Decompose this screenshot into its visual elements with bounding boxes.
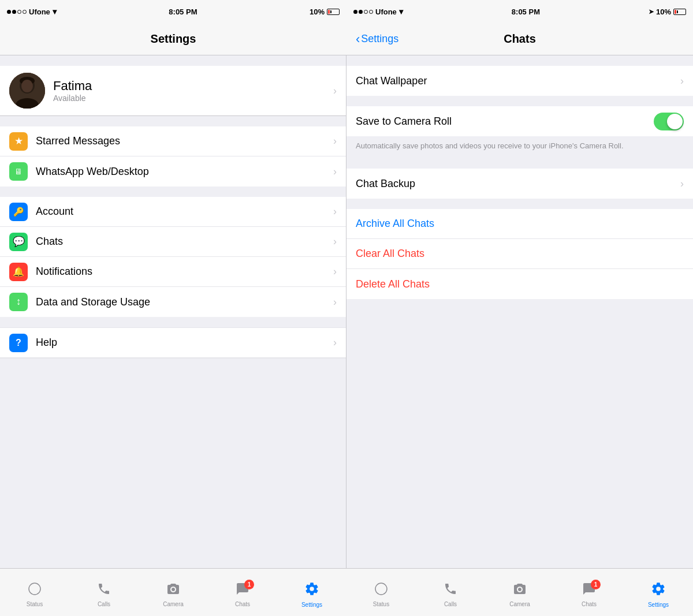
notifications-item[interactable]: 🔔 Notifications ›: [0, 257, 346, 287]
profile-section[interactable]: Fatima Available ›: [0, 66, 346, 116]
profile-info: Fatima Available: [53, 79, 325, 103]
chat-backup-item[interactable]: Chat Backup ›: [346, 169, 693, 199]
tab-chats-label-right: Chats: [582, 601, 597, 607]
account-item[interactable]: 🔑 Account ›: [0, 197, 346, 227]
camera-roll-label: Save to Camera Roll: [356, 115, 648, 128]
starred-icon: ★: [9, 132, 28, 151]
starred-label: Starred Messages: [36, 135, 325, 147]
tab-settings-label-right: Settings: [648, 602, 669, 608]
tab-status-label-right: Status: [373, 601, 389, 607]
chats-chevron: ›: [333, 236, 337, 248]
gap1: [0, 116, 346, 126]
web-label: WhatsApp Web/Desktop: [36, 166, 325, 178]
clear-all-item[interactable]: Clear All Chats: [346, 239, 693, 269]
right-top-gap: [346, 55, 693, 66]
camera-icon-left: [166, 582, 180, 599]
camera-icon-right: [513, 582, 527, 599]
help-item[interactable]: ? Help ›: [0, 328, 346, 358]
right-battery-fill: [675, 10, 676, 14]
right-tab-half: Status Calls Camera 1: [346, 569, 693, 616]
right-status: Ufone ▾ 8:05 PM ➤ 10%: [346, 0, 693, 23]
tab-status-right[interactable]: Status: [346, 569, 416, 616]
archive-all-label: Archive All Chats: [356, 218, 434, 230]
right-battery-pct: 10%: [656, 8, 671, 16]
tab-calls-left[interactable]: Calls: [69, 569, 139, 616]
tab-calls-label-right: Calls: [444, 601, 457, 607]
chats-item[interactable]: 💬 Chats ›: [0, 227, 346, 257]
left-carrier-group: Ufone ▾: [7, 7, 57, 16]
tab-camera-right[interactable]: Camera: [485, 569, 554, 616]
help-icon: ?: [9, 334, 28, 352]
notifications-label: Notifications: [36, 266, 325, 278]
help-section: ? Help ›: [0, 327, 346, 359]
dot4: [23, 10, 27, 14]
left-battery-pct: 10%: [310, 8, 325, 16]
status-icon-left: [28, 582, 42, 599]
data-chevron: ›: [333, 296, 337, 308]
wallpaper-chevron: ›: [680, 75, 684, 87]
tab-chats-right[interactable]: 1 Chats: [554, 569, 624, 616]
left-tab-half: Status Calls Camera 1: [0, 569, 346, 616]
chat-wallpaper-item[interactable]: Chat Wallpaper ›: [346, 66, 693, 96]
rdot4: [369, 10, 373, 14]
dot3: [17, 10, 21, 14]
profile-status: Available: [53, 94, 325, 103]
tab-settings-label-left: Settings: [301, 602, 322, 608]
right-battery-icon: [673, 9, 686, 15]
chats-label: Chats: [36, 236, 325, 248]
data-storage-item[interactable]: ↕ Data and Storage Usage ›: [0, 287, 346, 317]
starred-messages-item[interactable]: ★ Starred Messages ›: [0, 126, 346, 156]
left-time: 8:05 PM: [169, 8, 197, 16]
dot1: [7, 10, 11, 14]
battery-tip: [330, 10, 331, 13]
left-header-title: Settings: [151, 32, 196, 46]
wallpaper-section: Chat Wallpaper ›: [346, 66, 693, 96]
tab-chats-left[interactable]: 1 Chats: [208, 569, 277, 616]
tab-camera-left[interactable]: Camera: [139, 569, 208, 616]
tab-settings-right[interactable]: Settings: [624, 569, 693, 616]
chats-icon: 💬: [9, 233, 28, 251]
data-label: Data and Storage Usage: [36, 296, 325, 308]
settings-icon-left: [304, 581, 319, 600]
tab-camera-label-left: Camera: [163, 601, 184, 607]
right-signal-dots: [353, 10, 373, 14]
notifications-chevron: ›: [333, 266, 337, 278]
right-battery-tip: [677, 10, 678, 13]
tab-chats-label-left: Chats: [235, 601, 250, 607]
top-gap: [0, 55, 346, 66]
tab-status-left[interactable]: Status: [0, 569, 69, 616]
right-battery-group: ➤ 10%: [649, 8, 686, 16]
menu-section-1: ★ Starred Messages › 🖥 WhatsApp Web/Desk…: [0, 126, 346, 186]
camera-roll-toggle[interactable]: [654, 113, 684, 130]
back-button[interactable]: ‹ Settings: [356, 33, 398, 46]
right-time: 8:05 PM: [512, 8, 540, 16]
chats-icon-right: 1: [582, 582, 596, 599]
right-carrier: Ufone: [375, 8, 397, 16]
whatsapp-web-item[interactable]: 🖥 WhatsApp Web/Desktop ›: [0, 156, 346, 186]
backup-section: Chat Backup ›: [346, 169, 693, 199]
status-icon-right: [374, 582, 388, 599]
right-gap1: [346, 96, 693, 106]
right-header-title: Chats: [504, 32, 536, 46]
right-gap2: [346, 158, 693, 169]
archive-all-item[interactable]: Archive All Chats: [346, 209, 693, 239]
right-panel: Chat Wallpaper › Save to Camera Roll Aut…: [346, 55, 693, 568]
help-label: Help: [36, 337, 325, 349]
toggle-knob: [667, 114, 683, 129]
clear-all-label: Clear All Chats: [356, 248, 424, 260]
settings-icon-right: [651, 581, 666, 600]
camera-roll-section: Save to Camera Roll: [346, 106, 693, 136]
camera-roll-item[interactable]: Save to Camera Roll: [346, 106, 693, 136]
left-header: Settings: [0, 23, 346, 55]
left-status: Ufone ▾ 8:05 PM 10%: [0, 0, 346, 23]
back-arrow-icon: ‹: [356, 33, 360, 46]
avatar-image: [9, 73, 45, 109]
chat-backup-label: Chat Backup: [356, 178, 675, 190]
tab-calls-right[interactable]: Calls: [416, 569, 485, 616]
delete-all-item[interactable]: Delete All Chats: [346, 269, 693, 299]
tab-settings-left[interactable]: Settings: [277, 569, 346, 616]
calls-icon-left: [97, 582, 111, 599]
account-label: Account: [36, 206, 325, 218]
tab-calls-label-left: Calls: [98, 601, 110, 607]
left-battery-group: 10%: [310, 8, 340, 16]
